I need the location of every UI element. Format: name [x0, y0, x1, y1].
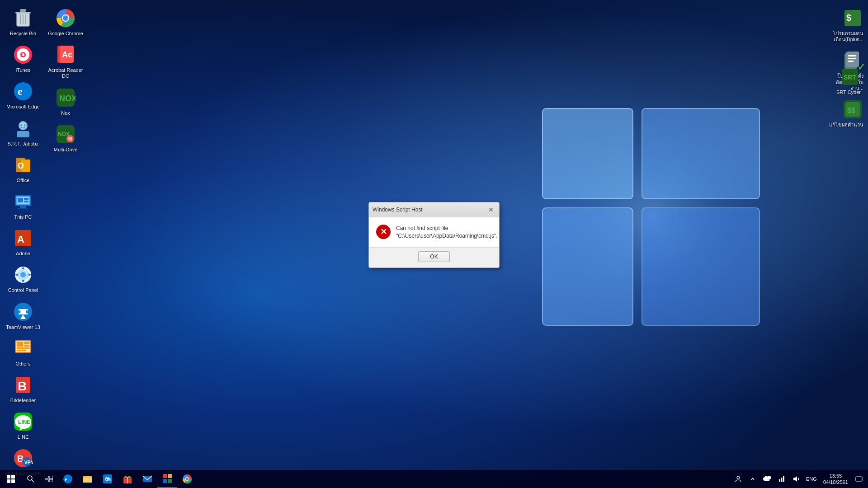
svg-rect-101 — [83, 476, 87, 478]
taskbar-clock[interactable]: 13:55 04/10/2561 — [820, 470, 852, 488]
desktop: Recycle Bin ♪ iTunes e — [0, 0, 868, 488]
taskbar-system-tray: ENG 13:55 04/10/2561 — [731, 470, 868, 488]
sys-chevron-icon[interactable] — [745, 470, 760, 488]
dialog-message: Can not find script file "C:\Users\user\… — [396, 225, 498, 240]
taskbar-edge[interactable]: e — [58, 470, 78, 488]
svg-rect-88 — [11, 475, 15, 479]
taskbar-chrome[interactable] — [177, 470, 197, 488]
taskbar-explorer[interactable] — [78, 470, 98, 488]
svg-text:🛍: 🛍 — [105, 476, 111, 483]
svg-text:e: e — [65, 476, 67, 483]
dialog-body: ✕ Can not find script file "C:\Users\use… — [369, 217, 499, 247]
error-icon: ✕ — [376, 225, 391, 239]
taskbar: e 🛍 — [0, 470, 868, 488]
dialog-ok-button[interactable]: OK — [418, 251, 450, 262]
svg-rect-110 — [163, 479, 167, 483]
dialog-close-button[interactable]: ✕ — [486, 205, 495, 214]
svg-point-91 — [28, 476, 32, 480]
taskbar-search-button[interactable] — [22, 470, 40, 488]
svg-rect-108 — [163, 474, 167, 478]
sys-network-icon[interactable] — [774, 470, 789, 488]
dialog-titlebar: Windows Script Host ✕ — [369, 202, 499, 217]
svg-rect-109 — [168, 474, 172, 478]
svg-point-115 — [737, 476, 740, 479]
sys-language[interactable]: ENG — [803, 470, 820, 488]
svg-rect-94 — [49, 476, 53, 479]
taskbar-store[interactable]: 🛍 — [98, 470, 118, 488]
sys-cloud-icon[interactable] — [760, 470, 774, 488]
svg-line-92 — [32, 480, 34, 482]
dialog-overlay: Windows Script Host ✕ ✕ Can not find scr… — [0, 0, 868, 470]
taskbar-pinned-apps: e 🛍 — [58, 470, 197, 488]
dialog-message-line1: Can not find script file — [396, 225, 448, 231]
svg-rect-117 — [781, 478, 782, 482]
svg-marker-119 — [793, 476, 797, 482]
svg-rect-90 — [11, 479, 15, 483]
svg-rect-118 — [783, 476, 784, 482]
taskbar-gift[interactable] — [118, 470, 137, 488]
svg-rect-95 — [45, 479, 48, 482]
taskbar-task-view-button[interactable] — [40, 470, 58, 488]
svg-rect-93 — [45, 476, 48, 479]
language-label: ENG — [806, 476, 817, 482]
svg-point-114 — [186, 478, 189, 480]
svg-rect-96 — [49, 479, 53, 482]
svg-rect-100 — [83, 478, 92, 483]
clock-time: 13:55 — [830, 473, 842, 479]
svg-rect-116 — [779, 479, 780, 482]
svg-rect-111 — [168, 479, 172, 483]
svg-rect-120 — [856, 477, 862, 481]
svg-rect-89 — [7, 479, 10, 483]
windows-script-host-dialog: Windows Script Host ✕ ✕ Can not find scr… — [368, 202, 500, 268]
taskbar-mail[interactable] — [137, 470, 157, 488]
dialog-title: Windows Script Host — [373, 206, 423, 213]
taskbar-colors-app[interactable] — [157, 470, 177, 488]
clock-date: 04/10/2561 — [823, 479, 848, 485]
taskbar-notification-button[interactable] — [852, 470, 866, 488]
svg-rect-87 — [7, 475, 10, 479]
sys-volume-icon[interactable] — [789, 470, 803, 488]
start-button[interactable] — [0, 470, 22, 488]
sys-person-icon[interactable] — [731, 470, 745, 488]
dialog-message-line2: "C:\Users\user\AppData\Roaming\cmd.js". — [396, 233, 498, 239]
dialog-footer: OK — [369, 247, 499, 267]
